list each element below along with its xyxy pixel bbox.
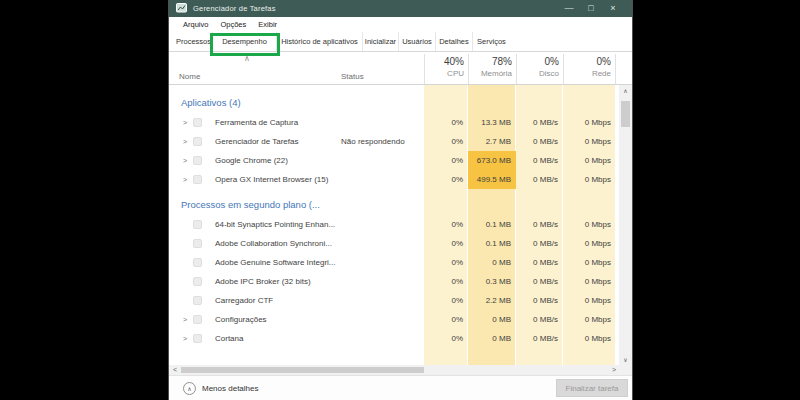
tab-inicializar[interactable]: Inicializar: [363, 32, 399, 51]
memory-cell: 0.1 MB: [468, 215, 516, 234]
disk-cell: 0 MB/s: [516, 291, 563, 310]
menu-item-arquivo[interactable]: Arquivo: [183, 20, 208, 29]
memory-cell: 499.5 MB: [468, 170, 516, 189]
scroll-up-icon[interactable]: ∧: [619, 87, 632, 94]
process-row[interactable]: >Google Chrome (22)0%673.0 MB0 MB/s0 Mbp…: [169, 151, 619, 170]
expand-placeholder: [177, 215, 193, 234]
column-header-name[interactable]: Nome: [179, 72, 200, 81]
tab-desempenho[interactable]: Desempenho: [213, 32, 277, 51]
expand-chevron-icon[interactable]: >: [177, 329, 193, 348]
process-icon: [193, 258, 202, 267]
memory-cell: 673.0 MB: [468, 151, 516, 170]
disk-cell: 0 MB/s: [516, 310, 563, 329]
process-icon: [193, 156, 202, 165]
expand-chevron-icon[interactable]: >: [177, 113, 193, 132]
task-manager-window: Gerenciador de Tarefas — □ × Arquivo Opç…: [168, 0, 633, 400]
cpu-label: CPU: [425, 69, 464, 78]
vertical-scrollbar[interactable]: ∧ ∨: [619, 85, 632, 365]
cpu-cell: 0%: [424, 310, 468, 329]
process-name: Gerenciador de Tarefas: [215, 132, 341, 151]
process-icon: [193, 334, 202, 343]
expand-placeholder: [177, 291, 193, 310]
disk-cell: 0 MB/s: [516, 329, 563, 348]
disk-cell: 0 MB/s: [516, 272, 563, 291]
window-controls: — □ ×: [558, 0, 624, 17]
disk-label: Disco: [517, 69, 559, 78]
process-status: [341, 253, 424, 272]
menu-item-exibir[interactable]: Exibir: [258, 20, 277, 29]
group-header[interactable]: Processos em segundo plano (...: [169, 195, 619, 215]
process-row[interactable]: Adobe IPC Broker (32 bits)0%0.3 MB0 MB/s…: [169, 272, 619, 291]
memory-cell: 2.2 MB: [468, 291, 516, 310]
process-row[interactable]: 64-bit Synaptics Pointing Enhan...0%0.1 …: [169, 215, 619, 234]
process-icon: [193, 175, 202, 184]
process-row[interactable]: Adobe Collaboration Synchroni...0%0.1 MB…: [169, 234, 619, 253]
process-row[interactable]: >Ferramenta de Captura0%13.3 MB0 MB/s0 M…: [169, 113, 619, 132]
disk-cell: 0 MB/s: [516, 170, 563, 189]
process-status: [341, 113, 424, 132]
minimize-icon[interactable]: —: [558, 0, 580, 17]
process-row[interactable]: >Cortana0%0 MB0 MB/s0 Mbps: [169, 329, 619, 348]
process-icon: [193, 239, 202, 248]
process-row[interactable]: >Configurações0%0 MB0 MB/s0 Mbps: [169, 310, 619, 329]
menubar: Arquivo Opções Exibir: [169, 17, 632, 32]
process-icon: [193, 315, 202, 324]
cpu-total-percent: 40%: [425, 56, 464, 67]
column-header-memory[interactable]: 78% Memória: [468, 54, 516, 84]
process-status: [341, 272, 424, 291]
memory-cell: 0 MB: [468, 310, 516, 329]
process-icon: [193, 118, 202, 127]
scroll-down-icon[interactable]: ∨: [619, 356, 632, 363]
column-header-network[interactable]: 0% Rede: [563, 54, 616, 84]
tab-detalhes[interactable]: Detalhes: [436, 32, 473, 51]
end-task-button[interactable]: Finalizar tarefa: [556, 379, 628, 397]
process-status: [341, 329, 424, 348]
tab-historico-de-aplicativos[interactable]: Histórico de aplicativos: [277, 32, 363, 51]
horizontal-scrollbar-thumb[interactable]: [181, 367, 424, 373]
expand-chevron-icon[interactable]: >: [177, 170, 193, 189]
scroll-left-icon[interactable]: <: [173, 365, 177, 375]
column-header-status[interactable]: Status: [341, 72, 364, 81]
process-row[interactable]: Carregador CTF0%2.2 MB0 MB/s0 Mbps: [169, 291, 619, 310]
process-row[interactable]: Adobe Genuine Software Integri...0%0 MB0…: [169, 253, 619, 272]
close-icon[interactable]: ×: [602, 0, 624, 17]
cpu-cell: 0%: [424, 132, 468, 151]
group-header[interactable]: Aplicativos (4): [169, 93, 619, 113]
less-details-toggle[interactable]: Menos detalhes: [202, 384, 258, 393]
disk-cell: 0 MB/s: [516, 234, 563, 253]
maximize-icon[interactable]: □: [580, 0, 602, 17]
memory-cell: 0.3 MB: [468, 272, 516, 291]
network-cell: 0 Mbps: [563, 253, 616, 272]
collapse-circle-icon[interactable]: ∧: [183, 382, 196, 395]
expand-placeholder: [177, 272, 193, 291]
process-row[interactable]: >Opera GX Internet Browser (15)0%499.5 M…: [169, 170, 619, 189]
expand-chevron-icon[interactable]: >: [177, 151, 193, 170]
cpu-cell: 0%: [424, 215, 468, 234]
menu-item-opcoes[interactable]: Opções: [220, 20, 246, 29]
tab-usuarios[interactable]: Usuários: [399, 32, 436, 51]
process-name: Adobe IPC Broker (32 bits): [215, 272, 341, 291]
process-table: Aplicativos (4)>Ferramenta de Captura0%1…: [169, 85, 632, 365]
expand-chevron-icon[interactable]: >: [177, 132, 193, 151]
network-total-percent: 0%: [564, 56, 611, 67]
memory-cell: 0 MB: [468, 253, 516, 272]
expand-chevron-icon[interactable]: >: [177, 310, 193, 329]
tab-servicos[interactable]: Serviços: [473, 32, 510, 51]
process-status: [341, 215, 424, 234]
process-name: Google Chrome (22): [215, 151, 341, 170]
process-row[interactable]: >Gerenciador de TarefasNão respondendo0%…: [169, 132, 619, 151]
memory-cell: 0 MB: [468, 329, 516, 348]
horizontal-scrollbar[interactable]: < >: [169, 365, 632, 375]
footer-bar: ∧ Menos detalhes Finalizar tarefa: [169, 375, 632, 400]
column-header-disk[interactable]: 0% Disco: [516, 54, 563, 84]
scroll-right-icon[interactable]: >: [612, 365, 616, 375]
tab-processos[interactable]: Processos: [175, 32, 213, 51]
memory-label: Memória: [469, 69, 512, 78]
network-cell: 0 Mbps: [563, 215, 616, 234]
app-icon: [176, 3, 187, 14]
process-icon: [193, 277, 202, 286]
process-status: Não respondendo: [341, 132, 424, 151]
column-header-cpu[interactable]: 40% CPU: [424, 54, 468, 84]
titlebar[interactable]: Gerenciador de Tarefas — □ ×: [169, 0, 632, 17]
vertical-scrollbar-thumb[interactable]: [621, 101, 630, 127]
